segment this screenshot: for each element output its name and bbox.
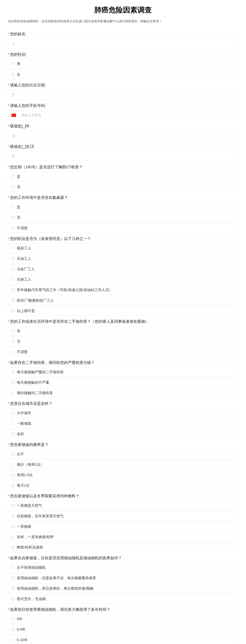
radio-option[interactable]: 是 [8,202,238,212]
radio-option[interactable]: 偶尔接触到二手烟伤害 [8,388,238,397]
radio-option[interactable]: 偶尔（每周1次） [8,460,238,469]
radio-icon [11,62,14,66]
radio-icon [11,73,14,76]
radio-icon [11,422,14,425]
question-label: *您的工作或者生活环境中是否存在二手烟伤害？（您的家人及同事或者朋友吸烟） [8,319,238,324]
radio-icon [11,576,14,580]
radio-icon [11,566,14,569]
phone-placeholder: 请输入手机号 [21,113,41,118]
question-label: *如果在自家做饭，目前是否还用抽油烟机及抽油烟机的效果如何？ [8,556,238,561]
question-text: 您在家做饭以及冬季取暖采用何种燃料？ [10,494,79,498]
text-input[interactable] [8,90,238,100]
question-text: 如果存在二手烟伤害，请问给您的严重程度分级？ [10,360,95,365]
radio-option[interactable]: 石油工人 [8,254,238,263]
radio-option[interactable]: 是 [8,172,238,181]
radio-option[interactable]: 以上都不是 [8,306,238,315]
required-marker: * [8,556,9,560]
radio-option[interactable]: 否 [8,182,238,192]
radio-option[interactable]: 5年 [8,614,238,624]
radio-icon [11,546,14,549]
question-label: *您的姓名: [8,32,238,37]
option-label: 蜂窝/秸秆及煤饼 [17,545,43,550]
radio-option[interactable]: 5-10年 [8,636,238,644]
text-input[interactable] [8,39,238,48]
page-title: 肺癌危险因素调查 [8,5,238,15]
question-text: 您的性别: [10,52,26,56]
radio-option[interactable]: 西式烹饪，无油烟 [8,594,238,603]
option-label: 每天都接触但不严重 [17,380,49,385]
option-label: 常年接触汽车尾气的工作（司机/高速公路/加油站工作人员） [17,287,113,292]
radio-option[interactable]: 从不 [8,450,238,458]
radio-icon [11,536,14,538]
required-marker: * [8,165,9,169]
option-label: 从不使用抽油烟机 [17,565,46,570]
radio-option[interactable]: 从不使用抽油烟机 [8,563,238,572]
radio-option[interactable]: 女 [8,70,238,79]
radio-option[interactable]: 不清楚 [8,347,238,356]
radio-icon [11,412,14,414]
question-label: *请输入您的出生日期: [8,82,238,88]
question-label: *吸烟史[_]年 [8,124,238,129]
phone-input[interactable]: 请输入手机号 [8,111,238,120]
option-label: 以前烧煤，近年来采用天然气 [17,514,64,518]
required-marker: * [8,401,9,406]
required-marker: * [8,124,9,128]
radio-option[interactable]: 无 [8,337,238,346]
radio-icon [11,278,14,281]
radio-option[interactable]: 每天1次 [8,481,238,490]
radio-option[interactable]: 以前烧煤，近年来采用天然气 [8,512,238,520]
question-text: 您的工作环境中是否存在氡暴露？ [10,196,68,200]
option-label: 偶尔接触到二手烟伤害 [17,390,53,396]
text-input[interactable] [8,131,238,140]
radio-option[interactable]: 使用抽油烟机，但是效果不佳，每次都被熏得难受 [8,574,238,582]
radio-option[interactable]: 否 [8,213,238,222]
option-label: 不清楚 [17,349,28,354]
radio-option[interactable]: 5-5年 [8,625,238,634]
radio-option[interactable]: 常年接触汽车尾气的工作（司机/高速公路/加油站工作人员） [8,286,238,294]
option-label: 是 [17,204,20,210]
question-label: *您的工作环境中是否存在氡暴露？ [8,195,238,200]
question-text: 您居住在城市还是农村？ [10,401,52,406]
radio-option[interactable]: 一般城镇 [8,419,238,428]
radio-icon [11,246,14,250]
text-input[interactable] [8,152,238,161]
radio-option[interactable]: 男 [8,60,238,68]
radio-option[interactable]: 冶金厂工人 [8,264,238,274]
radio-option[interactable]: 每天都接触但不严重 [8,378,238,387]
radio-option[interactable]: 每天都接触严重的二手烟伤害 [8,368,238,376]
question-label: *您在家做饭以及冬季取暖采用何种燃料？ [8,494,238,499]
radio-option[interactable]: 大中城市 [8,408,238,418]
option-label: 煤炭工人 [17,246,31,251]
radio-option[interactable]: 每周1-5次 [8,470,238,480]
china-flag-icon [11,114,16,117]
option-label: 一般城镇 [17,421,31,426]
radio-option[interactable]: 一直烧煤 [8,522,238,531]
radio-option[interactable]: 蜂窝/秸秆及煤饼 [8,543,238,552]
radio-icon [11,618,14,620]
question-text: 如果在自家做饭，目前是否还用抽油烟机及抽油烟机的效果如何？ [10,556,122,560]
radio-option[interactable]: 农村，一直有烧柴/秸秆 [8,532,238,541]
option-label: 每天1次 [17,483,30,488]
radio-option[interactable]: 石材工人 [8,275,238,284]
calendar-icon [11,93,15,97]
radio-option[interactable]: 纺织厂/船舶制造厂工人 [8,296,238,305]
radio-icon [11,452,14,456]
radio-option[interactable]: 不清楚 [8,224,238,232]
radio-icon [11,175,14,178]
radio-icon [11,484,14,487]
radio-option[interactable]: 有 [8,326,238,336]
number-icon [11,154,15,158]
required-marker: * [8,236,9,241]
question-label: *如果您目前使用着抽油烟机，请估算大概使用了多长时间？ [8,607,238,612]
question-text: 请输入您的手机号码: [10,104,46,108]
question-text: 请输入您的出生日期: [10,83,46,87]
radio-option[interactable]: 一直都是天然气 [8,501,238,510]
radio-option[interactable]: 煤炭工人 [8,244,238,252]
radio-icon [11,504,14,507]
radio-icon [11,309,14,312]
option-label: 以上都不是 [17,308,35,313]
radio-option[interactable]: 农村 [8,430,238,438]
radio-option[interactable]: 使用抽油烟机，而且效果好，每次都很舒服/顺畅 [8,584,238,593]
question-label: *吸烟史[_]支/天 [8,144,238,149]
number-icon [11,134,15,138]
